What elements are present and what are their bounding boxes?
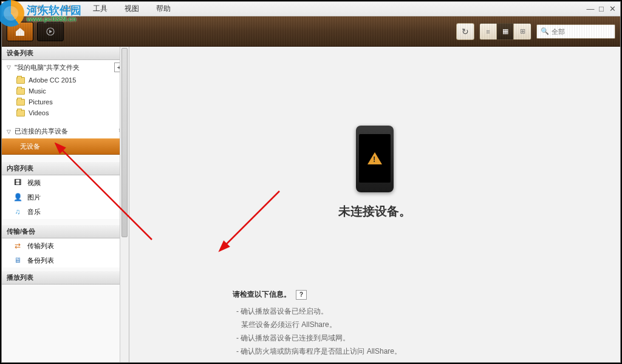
scrollbar-thumb[interactable] (121, 48, 128, 237)
no-connection-title: 未连接设备。 (338, 203, 411, 220)
folder-icon (16, 99, 25, 106)
home-button[interactable] (7, 22, 33, 41)
sidebar-scrollbar[interactable] (120, 47, 129, 362)
refresh-button[interactable]: ↻ (456, 23, 474, 40)
list-icon: ≡ (486, 28, 490, 35)
playlist-header: 播放列表 (2, 271, 129, 285)
content-label: 音乐 (27, 207, 41, 217)
my-pc-share-label: "我的电脑"共享文件夹 (15, 63, 80, 72)
menu-edit[interactable]: 编辑 (53, 4, 84, 14)
body: 设备列表 ▽ "我的电脑"共享文件夹 + Adobe CC 2015 Music… (2, 47, 620, 362)
app-window: all 文件 编辑 工具 视图 帮助 — □ ✕ ↻ ≡ ▦ ⊞ (1, 1, 621, 363)
music-icon: ♫ (13, 207, 22, 217)
connected-devices-label: 已连接的共享设备 (15, 127, 68, 136)
close-button[interactable]: ✕ (607, 4, 618, 13)
menu-file[interactable]: 文件 (21, 4, 53, 14)
folder-label: Music (29, 87, 46, 95)
device-list-header: 设备列表 (2, 47, 129, 60)
folder-label: Pictures (29, 98, 53, 106)
app-logo-icon: all (4, 3, 21, 15)
image-icon: 👤 (13, 192, 22, 202)
content-music[interactable]: ♫音乐 (2, 204, 129, 219)
backup-label: 备份列表 (27, 256, 54, 265)
check-info-title: 请检查以下信息。 (233, 289, 291, 300)
menu-view[interactable]: 视图 (116, 4, 148, 14)
help-button[interactable]: ? (296, 290, 307, 300)
content-label: 视频 (27, 178, 41, 187)
search-input[interactable] (552, 28, 611, 35)
folder-item[interactable]: Videos (2, 107, 129, 118)
folder-label: Adobe CC 2015 (29, 76, 76, 84)
transfer-icon: ⇄ (13, 241, 22, 251)
transfer-list[interactable]: ⇄传输列表 (2, 238, 129, 253)
folder-label: Videos (29, 109, 49, 116)
folder-item[interactable]: Music (2, 86, 129, 96)
maximize-button[interactable]: □ (596, 4, 607, 13)
content-label: 图片 (27, 193, 41, 202)
search-box[interactable]: 🔍 (536, 24, 615, 39)
view-mode-segment: ≡ ▦ ⊞ (479, 23, 531, 40)
content-image[interactable]: 👤图片 (2, 190, 129, 204)
transfer-label: 传输列表 (27, 241, 54, 251)
folder-item[interactable]: Adobe CC 2015 (2, 75, 129, 86)
search-icon: 🔍 (541, 27, 549, 35)
refresh-icon: ↻ (462, 27, 469, 36)
warning-icon (367, 152, 382, 164)
connected-devices-header[interactable]: ▽ 已连接的共享设备 ↻ (2, 124, 129, 138)
menu-help[interactable]: 帮助 (148, 4, 179, 14)
main-area: 未连接设备。 请检查以下信息。 ? - 确认播放器设备已经启动。 某些设备必须运… (129, 47, 620, 362)
folder-icon (16, 77, 25, 84)
view-detail-button[interactable]: ⊞ (514, 24, 531, 39)
no-device-illustration: 未连接设备。 (338, 126, 411, 220)
info-block: 请检查以下信息。 ? - 确认播放器设备已经启动。 某些设备必须运行 AllSh… (233, 289, 573, 358)
minimize-button[interactable]: — (585, 4, 596, 13)
backup-icon: 🖥 (13, 255, 22, 265)
menu-tools[interactable]: 工具 (84, 4, 116, 14)
view-list-button[interactable]: ≡ (480, 24, 497, 39)
info-line-3: - 确认防火墙或防病毒程序是否阻止访问 AllShare。 (233, 345, 573, 358)
folder-icon (16, 110, 25, 116)
my-pc-share-header[interactable]: ▽ "我的电脑"共享文件夹 + (2, 60, 129, 75)
backup-list[interactable]: 🖥备份列表 (2, 253, 129, 268)
video-icon: 🎞 (13, 178, 22, 187)
grid-icon: ▦ (502, 27, 508, 35)
folder-item[interactable]: Pictures (2, 96, 129, 107)
caret-down-icon: ▽ (7, 64, 11, 70)
home-icon (15, 27, 26, 36)
content-video[interactable]: 🎞视频 (2, 175, 129, 190)
play-button[interactable] (37, 22, 64, 41)
svg-text:all: all (10, 7, 15, 13)
transfer-backup-header: 传输/备份 (2, 225, 129, 238)
play-icon (45, 27, 56, 36)
phone-icon (356, 126, 394, 192)
content-list-header: 内容列表 (2, 162, 129, 175)
toolbar: ↻ ≡ ▦ ⊞ 🔍 (2, 16, 620, 47)
info-line-2: - 确认播放器设备已连接到局域网。 (233, 331, 573, 345)
caret-down-icon: ▽ (7, 129, 11, 135)
view-grid-button[interactable]: ▦ (497, 24, 514, 39)
info-line-1b: 某些设备必须运行 AllShare。 (233, 318, 573, 331)
folder-icon (16, 88, 25, 95)
menubar: all 文件 编辑 工具 视图 帮助 — □ ✕ (2, 2, 620, 16)
info-line-1: - 确认播放器设备已经启动。 (233, 305, 573, 318)
sidebar: 设备列表 ▽ "我的电脑"共享文件夹 + Adobe CC 2015 Music… (2, 47, 129, 362)
no-device-item[interactable]: 无设备 (2, 138, 129, 155)
detail-icon: ⊞ (520, 27, 525, 35)
